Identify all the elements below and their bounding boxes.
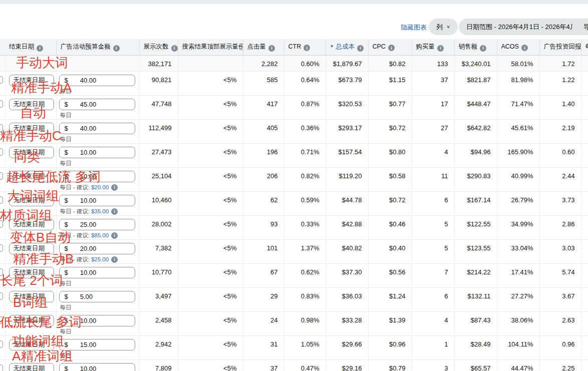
roas-cell: 2.44 (539, 167, 581, 191)
budget-input[interactable]: $ 10.00 (59, 267, 135, 278)
ctr-cell: 1.05% (284, 335, 326, 359)
column-header-广告活动预算金额[interactable]: 广告活动预算金额i (56, 39, 139, 55)
end-date-value: 无结束日期 (14, 196, 45, 205)
end-date-input[interactable]: 无结束日期 (9, 99, 54, 110)
budget-input[interactable]: $ 5.00 (59, 291, 135, 302)
columns-button[interactable]: 列 ∨ (429, 19, 458, 35)
suggested-budget-link[interactable]: $35.00 (91, 208, 109, 214)
row-checkbox[interactable] (0, 124, 3, 132)
column-header-购买量[interactable]: 购买量i (412, 39, 454, 55)
budget-input[interactable]: $ 40.00 (59, 75, 135, 86)
clicks-cell: 29 (243, 287, 284, 311)
info-icon[interactable]: i (113, 45, 120, 52)
column-header-ACOS[interactable]: ACOSi (497, 39, 539, 55)
row-checkbox[interactable] (0, 244, 3, 252)
budget-note-text: 每日 (60, 136, 72, 143)
budget-input[interactable]: $ 20.00 (59, 243, 135, 254)
row-checkbox[interactable] (0, 292, 3, 300)
row-checkbox[interactable] (0, 364, 3, 371)
info-icon[interactable]: i (388, 45, 395, 51)
column-header-点击量[interactable]: 点击量i (243, 39, 284, 55)
column-header-展示次数[interactable]: 展示次数i (139, 39, 178, 55)
partial-cell (581, 167, 588, 191)
row-checkbox[interactable] (0, 220, 3, 228)
export-button[interactable]: 导出 (572, 19, 588, 35)
info-icon[interactable]: i (171, 45, 178, 52)
end-date-input[interactable]: 无结束日期 (9, 291, 54, 302)
currency-symbol: $ (65, 365, 68, 371)
info-icon[interactable]: i (111, 184, 118, 191)
budget-input[interactable]: $ 40.00 (59, 123, 135, 134)
date-range-label: 日期范围 - 2026年4月1日 - 2026年4月10日 (466, 23, 588, 32)
end-date-input[interactable]: 无结束日期 (9, 315, 54, 326)
budget-input[interactable]: $ 25.00 (59, 219, 135, 230)
row-checkbox[interactable] (0, 316, 3, 324)
column-header-CTR[interactable]: CTRi (284, 39, 326, 55)
end-date-input[interactable]: 无结束日期 (9, 123, 54, 134)
budget-input[interactable]: $ 10.00 (59, 363, 135, 371)
end-date-input[interactable]: 无结束日期 (9, 267, 54, 278)
budget-input[interactable]: $ 15.00 (59, 339, 135, 350)
end-date-cell: 无结束日期 (5, 95, 56, 119)
toolbar: 隐藏图表 列 ∨ 日期范围 - 2026年4月1日 - 2026年4月10日 导… (0, 18, 588, 36)
budget-value: 45.00 (80, 101, 97, 108)
row-checkbox[interactable] (0, 172, 3, 180)
row-checkbox[interactable] (0, 148, 3, 156)
info-icon[interactable]: i (111, 256, 118, 263)
table-row: 无结束日期 $ 10.00 每日 2,458 <5% 24 0.98% $33.… (0, 311, 588, 335)
end-date-input[interactable]: 无结束日期 (9, 363, 54, 371)
row-checkbox[interactable] (0, 76, 3, 84)
info-icon[interactable]: i (480, 45, 486, 52)
suggested-budget-link[interactable]: $25.00 (91, 256, 109, 262)
date-range-button[interactable]: 日期范围 - 2026年4月1日 - 2026年4月10日 (459, 19, 588, 35)
hide-chart-link[interactable]: 隐藏图表 (401, 23, 427, 32)
column-header-结束日期[interactable]: 结束日期i (5, 39, 56, 55)
budget-input[interactable]: $ 10.00 (59, 147, 135, 158)
end-date-input[interactable]: 无结束日期 (9, 339, 54, 350)
partial-cell (581, 215, 588, 239)
budget-value: 5.00 (80, 293, 93, 300)
suggested-budget-link[interactable]: $85.00 (91, 232, 109, 238)
info-icon[interactable]: i (357, 45, 364, 52)
end-date-input[interactable]: 无结束日期 (9, 195, 54, 206)
currency-symbol: $ (65, 173, 68, 180)
row-checkbox[interactable] (0, 196, 3, 204)
column-header-总成本[interactable]: ▼总成本i (326, 39, 368, 55)
column-header-每[interactable]: 每 (581, 39, 588, 55)
column-header-销售额[interactable]: 销售额i (454, 39, 497, 55)
info-icon[interactable]: i (37, 45, 43, 52)
end-date-input[interactable]: 无结束日期 (9, 147, 54, 158)
end-date-value: 无结束日期 (14, 316, 45, 325)
column-header-CPC[interactable]: CPCi (368, 39, 412, 55)
partial-cell (581, 119, 588, 143)
info-icon[interactable]: i (268, 45, 275, 52)
budget-note-text: 每日 - 建议: (60, 184, 90, 191)
sales-cell: $821.87 (454, 71, 497, 95)
info-icon[interactable]: i (521, 45, 528, 51)
end-date-input[interactable]: 无结束日期 (9, 171, 54, 182)
end-date-input[interactable]: 无结束日期 (9, 243, 54, 254)
info-icon[interactable]: i (304, 45, 310, 51)
column-header-搜索结果顶部展示量份额[interactable]: 搜索结果顶部展示量份额i (178, 39, 243, 55)
info-icon[interactable]: i (437, 45, 444, 52)
ctr-cell: 0.71% (284, 143, 326, 167)
purchases-cell: 1 (412, 335, 454, 359)
budget-input[interactable]: $ 10.00 (59, 171, 135, 182)
end-date-cell: 无结束日期 (5, 143, 56, 167)
row-checkbox[interactable] (0, 340, 3, 348)
row-checkbox[interactable] (0, 268, 3, 276)
row-checkbox[interactable] (0, 100, 3, 108)
budget-input[interactable]: $ 10.00 (59, 195, 135, 206)
budget-value: 10.00 (80, 269, 97, 276)
impressions-cell: 27,473 (139, 143, 178, 167)
header-check-cell (0, 39, 5, 55)
suggested-budget-link[interactable]: $20.00 (91, 184, 109, 190)
info-icon[interactable]: i (111, 232, 118, 239)
row-check-cell (0, 335, 5, 359)
column-header-广告投资回报率 (R[interactable]: 广告投资回报率 (R (539, 39, 581, 55)
budget-input[interactable]: $ 10.00 (59, 315, 135, 326)
info-icon[interactable]: i (111, 208, 118, 215)
end-date-input[interactable]: 无结束日期 (9, 75, 54, 86)
budget-input[interactable]: $ 45.00 (59, 99, 135, 110)
end-date-input[interactable]: 无结束日期 (9, 219, 54, 230)
